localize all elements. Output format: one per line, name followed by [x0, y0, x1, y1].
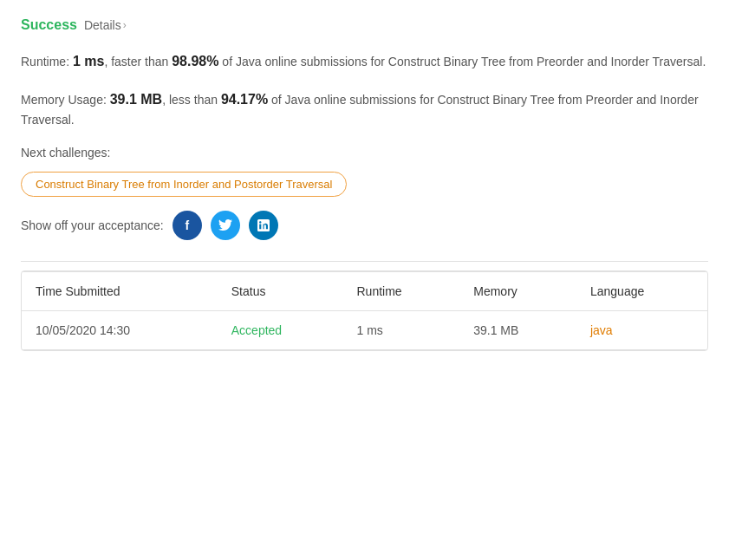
memory-value: 39.1 MB [110, 92, 162, 107]
language-value: java [590, 323, 613, 337]
col-language: Language [576, 271, 707, 310]
runtime-prefix: Runtime: [21, 55, 73, 68]
memory-prefix: Memory Usage: [21, 93, 110, 107]
details-link[interactable]: Details › [84, 18, 127, 32]
facebook-icon[interactable]: f [172, 211, 202, 240]
twitter-icon[interactable] [211, 211, 240, 240]
runtime-middle: , faster than [104, 55, 172, 68]
details-label: Details [84, 18, 121, 32]
memory-section: Memory Usage: 39.1 MB, less than 94.17% … [21, 88, 708, 130]
cell-status: Accepted [218, 310, 343, 349]
col-time-submitted: Time Submitted [22, 271, 218, 310]
table-row: 10/05/2020 14:30 Accepted 1 ms 39.1 MB j… [22, 310, 707, 349]
table-header-row: Time Submitted Status Runtime Memory Lan… [22, 271, 707, 310]
runtime-pct: 98.98% [172, 54, 218, 68]
chevron-right-icon: › [123, 19, 127, 31]
social-label: Show off your acceptance: [21, 218, 164, 232]
submissions-table: Time Submitted Status Runtime Memory Lan… [22, 271, 707, 350]
table-body: 10/05/2020 14:30 Accepted 1 ms 39.1 MB j… [22, 310, 707, 349]
social-row: Show off your acceptance: f [21, 211, 708, 240]
col-status: Status [218, 271, 343, 310]
runtime-section: Runtime: 1 ms, faster than 98.98% of Jav… [21, 50, 708, 73]
submissions-table-wrapper: Time Submitted Status Runtime Memory Lan… [21, 270, 708, 351]
next-challenges-label: Next challenges: [21, 146, 708, 160]
success-label: Success [21, 17, 77, 33]
linkedin-icon[interactable] [249, 211, 278, 240]
cell-runtime: 1 ms [343, 310, 460, 349]
col-runtime: Runtime [343, 271, 460, 310]
cell-time: 10/05/2020 14:30 [22, 310, 218, 349]
memory-pct: 94.17% [221, 92, 268, 107]
table-header: Time Submitted Status Runtime Memory Lan… [22, 271, 707, 310]
col-memory: Memory [459, 271, 576, 310]
header-row: Success Details › [21, 17, 708, 33]
section-divider [21, 261, 708, 262]
cell-language: java [576, 310, 707, 349]
cell-memory: 39.1 MB [459, 310, 576, 349]
runtime-suffix: of Java online submissions for Construct… [218, 55, 706, 68]
memory-middle: , less than [162, 93, 221, 107]
status-badge: Accepted [231, 323, 282, 337]
runtime-value: 1 ms [73, 54, 104, 68]
challenge-badge[interactable]: Construct Binary Tree from Inorder and P… [21, 172, 347, 197]
